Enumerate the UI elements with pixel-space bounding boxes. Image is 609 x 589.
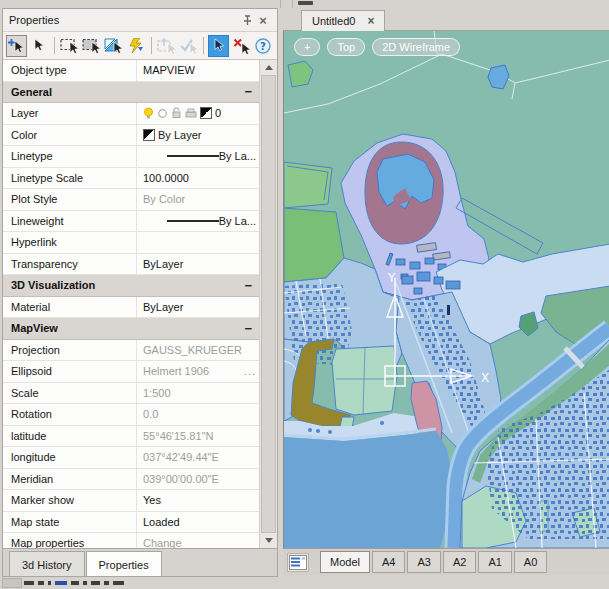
property-label: Map properties xyxy=(3,533,137,548)
sheet-tab-a1[interactable]: A1 xyxy=(478,551,511,573)
property-row-map-properties: Map propertiesChange xyxy=(3,533,260,548)
color-swatch[interactable] xyxy=(143,129,155,141)
panel-tab-properties[interactable]: Properties xyxy=(86,551,162,576)
property-row-lineweight: LineweightBy La... xyxy=(3,211,260,233)
property-label: Layer xyxy=(3,103,137,124)
crossing-selection-button[interactable] xyxy=(81,35,102,57)
property-value: By Color xyxy=(137,189,260,210)
property-value[interactable]: 100.0000 xyxy=(137,168,260,189)
property-value[interactable]: ByLayer xyxy=(137,254,260,275)
window-selection-button[interactable] xyxy=(59,35,80,57)
close-icon[interactable]: × xyxy=(255,12,271,28)
scroll-up-icon[interactable] xyxy=(260,60,277,75)
property-label: Scale xyxy=(3,383,137,404)
pick-add-button[interactable] xyxy=(6,35,27,57)
separator xyxy=(292,0,293,8)
property-value[interactable]: Loaded xyxy=(137,512,260,533)
property-row-marker-show: Marker showYes xyxy=(3,490,260,512)
pick-button[interactable] xyxy=(28,35,49,57)
collapse-icon[interactable]: − xyxy=(244,85,252,98)
property-row-meridian: Meridian039°00'00.00"E xyxy=(3,469,260,491)
property-label: Lineweight xyxy=(3,211,137,232)
property-row-plot-style: Plot StyleBy Color xyxy=(3,189,260,211)
sheet-tab-a0[interactable]: A0 xyxy=(514,551,547,573)
property-value: 1:500 xyxy=(137,383,260,404)
property-value: 037°42'49.44"E xyxy=(137,447,260,468)
tab-close-icon[interactable]: × xyxy=(367,15,374,27)
property-row-transparency: TransparencyByLayer xyxy=(3,254,260,276)
apply-selection-button xyxy=(178,35,199,57)
property-row-longitude: longitude037°42'49.44"E xyxy=(3,447,260,469)
layer-plot-icon xyxy=(185,108,197,119)
linetype-sample xyxy=(167,155,219,157)
map-viewport[interactable]: Y X + Top 2D Wireframe xyxy=(283,31,609,548)
viewport-plus-control[interactable]: + xyxy=(294,38,320,56)
collapse-icon[interactable]: − xyxy=(244,279,252,292)
property-value[interactable]: By Layer xyxy=(137,125,260,146)
quick-filter-button[interactable] xyxy=(125,35,146,57)
document-tab-bar: Untitled0 × xyxy=(283,8,609,31)
property-label: Meridian xyxy=(3,469,137,490)
section-label: General xyxy=(11,86,52,98)
property-value[interactable]: ByLayer xyxy=(137,297,260,318)
property-label: latitude xyxy=(3,426,137,447)
property-value: 039°00'00.00"E xyxy=(137,469,260,490)
clear-selection-button[interactable] xyxy=(230,35,251,57)
property-label: Object type xyxy=(3,60,137,81)
property-value[interactable]: MAPVIEW xyxy=(137,60,260,81)
property-label: Marker show xyxy=(3,490,137,511)
select-button[interactable] xyxy=(208,35,229,57)
section-label: MapView xyxy=(11,322,58,334)
sheet-tab-a4[interactable]: A4 xyxy=(372,551,405,573)
ellipsis-button[interactable]: ... xyxy=(244,365,256,377)
property-value[interactable]: By La... xyxy=(137,211,260,232)
layer-on-icon xyxy=(143,107,154,119)
property-label: Hyperlink xyxy=(3,232,137,253)
section-3d-visualization: 3D Visualization − xyxy=(3,275,260,297)
property-row-projection: ProjectionGAUSS_KRUEGER xyxy=(3,340,260,362)
property-row-latitude: latitude55°46'15.81"N xyxy=(3,426,260,448)
property-value[interactable] xyxy=(137,232,260,253)
pin-icon[interactable] xyxy=(239,12,255,28)
property-value: Change xyxy=(137,533,260,548)
scrollbar[interactable] xyxy=(259,60,277,548)
sheet-tab-a3[interactable]: A3 xyxy=(407,551,440,573)
property-label: Transparency xyxy=(3,254,137,275)
ucs-y-label: Y xyxy=(387,271,396,285)
viewport-view-control[interactable]: Top xyxy=(327,38,365,56)
property-value[interactable]: 0 xyxy=(137,103,260,124)
property-label: Ellipsoid xyxy=(3,361,137,382)
property-label: Map state xyxy=(3,512,137,533)
property-value[interactable]: Yes xyxy=(137,490,260,511)
collapse-icon[interactable]: − xyxy=(244,322,252,335)
help-button[interactable]: ? xyxy=(253,35,274,57)
viewport-visual-style-control[interactable]: 2D Wireframe xyxy=(372,38,460,56)
property-label: Rotation xyxy=(3,404,137,425)
invert-selection-button[interactable] xyxy=(103,35,124,57)
viewport-controls: + Top 2D Wireframe xyxy=(294,38,460,56)
clipped-command-text xyxy=(24,581,124,586)
document-tab[interactable]: Untitled0 × xyxy=(301,10,385,31)
property-value[interactable]: By La... xyxy=(137,146,260,167)
property-row-material: MaterialByLayer xyxy=(3,297,260,319)
property-value: GAUSS_KRUEGER xyxy=(137,340,260,361)
layout-list-icon[interactable] xyxy=(287,553,309,572)
layer-freeze-icon xyxy=(157,108,168,119)
linetype-sample xyxy=(167,220,219,222)
layer-color-swatch xyxy=(200,107,212,119)
property-row-scale: Scale1:500 xyxy=(3,383,260,405)
layer-lock-icon xyxy=(171,107,182,119)
sheet-tab-a2[interactable]: A2 xyxy=(443,551,476,573)
panel-tab-3d-history[interactable]: 3d History xyxy=(9,551,85,576)
separator xyxy=(280,0,281,8)
property-row-linetype-scale: Linetype Scale100.0000 xyxy=(3,168,260,190)
scrollbar-thumb[interactable] xyxy=(261,75,276,533)
property-label: Linetype xyxy=(3,146,137,167)
scroll-down-icon[interactable] xyxy=(260,533,277,548)
toolbar-separator xyxy=(54,37,55,54)
layer-state-icons[interactable] xyxy=(143,107,212,119)
sheet-tab-model[interactable]: Model xyxy=(320,551,370,573)
property-label: Material xyxy=(3,297,137,318)
ucs-x-label: X xyxy=(481,371,489,385)
property-row-rotation: Rotation0.0 xyxy=(3,404,260,426)
